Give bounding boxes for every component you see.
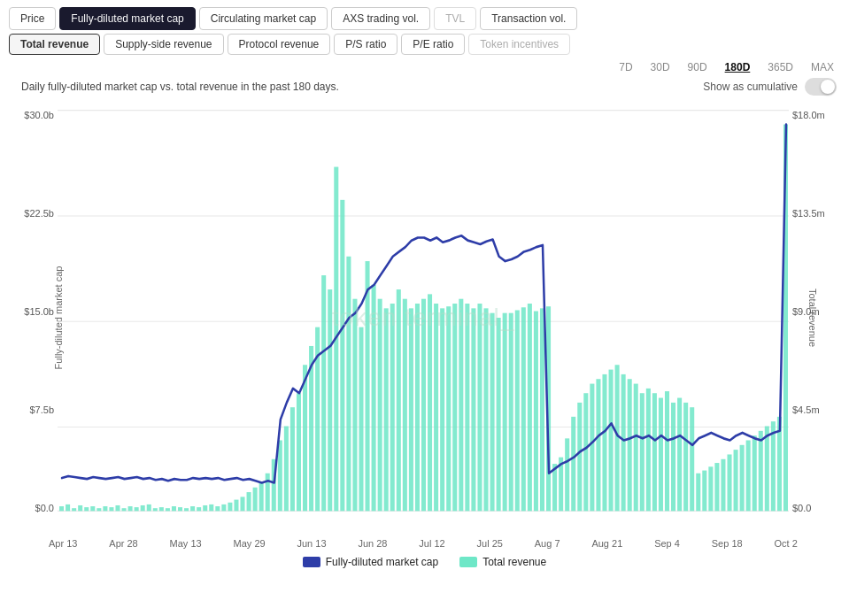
- svg-rect-64: [428, 294, 432, 511]
- y-left-1: $22.5b: [24, 208, 54, 219]
- svg-rect-78: [515, 310, 520, 511]
- token-incentives-button[interactable]: Token incentives: [468, 34, 570, 55]
- svg-rect-65: [434, 304, 438, 511]
- total-revenue-button[interactable]: Total revenue: [9, 34, 100, 55]
- chart-inner: Fully-diluted market cap $30.0b $22.5b $…: [9, 101, 840, 535]
- pe-ratio-button[interactable]: P/E ratio: [401, 34, 465, 55]
- svg-rect-80: [528, 304, 532, 511]
- svg-rect-55: [372, 285, 376, 512]
- svg-rect-22: [166, 508, 170, 511]
- svg-rect-113: [734, 450, 738, 511]
- chart-svg: [58, 101, 789, 535]
- svg-rect-27: [197, 507, 201, 511]
- y-right-1: $13.5m: [792, 208, 825, 219]
- 90d-button[interactable]: 90D: [685, 60, 710, 74]
- svg-rect-91: [596, 379, 600, 511]
- svg-rect-34: [241, 497, 245, 511]
- svg-rect-26: [190, 506, 195, 511]
- svg-rect-98: [640, 393, 644, 511]
- svg-rect-93: [609, 370, 614, 512]
- svg-rect-13: [109, 507, 113, 511]
- svg-rect-75: [497, 318, 501, 511]
- svg-rect-7: [72, 508, 76, 511]
- svg-rect-16: [128, 506, 133, 511]
- svg-rect-21: [159, 507, 164, 511]
- cumulative-toggle-switch[interactable]: [805, 78, 837, 96]
- svg-rect-81: [534, 312, 538, 512]
- svg-rect-97: [634, 384, 638, 512]
- cumulative-label: Show as cumulative: [703, 81, 798, 93]
- axs-trading-vol-button[interactable]: AXS trading vol.: [331, 7, 430, 30]
- svg-rect-5: [59, 506, 64, 511]
- svg-rect-50: [340, 200, 344, 512]
- svg-rect-43: [297, 393, 301, 511]
- svg-rect-106: [690, 407, 694, 511]
- svg-rect-29: [209, 504, 213, 511]
- svg-rect-8: [78, 505, 82, 511]
- svg-rect-62: [415, 304, 420, 511]
- svg-rect-6: [66, 504, 70, 511]
- chart-header: Daily fully-diluted market cap vs. total…: [0, 76, 849, 101]
- svg-rect-92: [602, 374, 606, 511]
- svg-rect-51: [346, 257, 351, 512]
- svg-rect-42: [290, 407, 295, 511]
- circulating-market-cap-button[interactable]: Circulating market cap: [199, 7, 328, 30]
- transaction-vol-button[interactable]: Transaction vol.: [480, 7, 577, 30]
- svg-rect-87: [571, 417, 575, 512]
- toggle-knob: [821, 80, 835, 94]
- svg-rect-18: [141, 505, 145, 511]
- svg-rect-68: [452, 304, 457, 511]
- max-button[interactable]: MAX: [808, 60, 837, 74]
- svg-rect-79: [521, 307, 526, 511]
- svg-rect-9: [84, 507, 89, 511]
- svg-rect-53: [359, 327, 363, 512]
- 7d-button[interactable]: 7D: [616, 60, 635, 74]
- svg-rect-86: [565, 438, 569, 511]
- x-label-2: May 13: [170, 538, 202, 549]
- x-label-11: Sep 18: [712, 538, 743, 549]
- svg-rect-70: [465, 304, 469, 511]
- svg-rect-31: [221, 504, 226, 511]
- 30d-button[interactable]: 30D: [648, 60, 673, 74]
- y-left-2: $15.0b: [24, 306, 54, 317]
- legend: Fully-diluted market cap Total revenue: [0, 549, 849, 572]
- chart-area: token terminal_: [58, 101, 789, 535]
- x-label-3: May 29: [234, 538, 266, 549]
- x-label-7: Jul 25: [477, 538, 503, 549]
- legend-label-1: Total revenue: [482, 556, 546, 568]
- protocol-revenue-button[interactable]: Protocol revenue: [228, 34, 331, 55]
- svg-rect-52: [352, 299, 357, 512]
- svg-rect-66: [440, 308, 444, 511]
- price-button[interactable]: Price: [9, 7, 56, 30]
- fully-diluted-market-cap-button[interactable]: Fully-diluted market cap: [59, 7, 195, 30]
- tvl-button[interactable]: TVL: [434, 7, 476, 30]
- x-label-1: Apr 28: [109, 538, 137, 549]
- svg-rect-96: [628, 379, 632, 511]
- svg-rect-105: [683, 403, 688, 512]
- svg-rect-36: [253, 488, 258, 512]
- legend-label-0: Fully-diluted market cap: [326, 556, 438, 568]
- svg-rect-111: [721, 459, 725, 512]
- svg-rect-104: [677, 398, 682, 512]
- x-label-5: Jun 28: [358, 538, 387, 549]
- 365d-button[interactable]: 365D: [765, 60, 796, 74]
- svg-rect-11: [96, 508, 101, 511]
- y-left-4: $0.0: [35, 503, 54, 513]
- legend-item-0: Fully-diluted market cap: [303, 556, 438, 568]
- svg-rect-76: [503, 313, 507, 512]
- ps-ratio-button[interactable]: P/S ratio: [334, 34, 397, 55]
- supply-side-revenue-button[interactable]: Supply-side revenue: [104, 34, 223, 55]
- chart-description: Daily fully-diluted market cap vs. total…: [21, 81, 339, 93]
- svg-rect-59: [397, 289, 401, 511]
- svg-rect-77: [509, 313, 513, 512]
- right-axis-label: Total revenue: [807, 289, 818, 347]
- 180d-button[interactable]: 180D: [722, 60, 753, 74]
- svg-rect-32: [228, 503, 232, 512]
- svg-rect-90: [590, 384, 594, 512]
- svg-rect-108: [702, 471, 706, 512]
- cumulative-toggle-area: Show as cumulative: [703, 78, 837, 96]
- y-left-0: $30.0b: [24, 110, 54, 120]
- svg-rect-60: [403, 299, 407, 512]
- x-label-10: Sep 4: [654, 538, 680, 549]
- svg-rect-73: [483, 308, 488, 511]
